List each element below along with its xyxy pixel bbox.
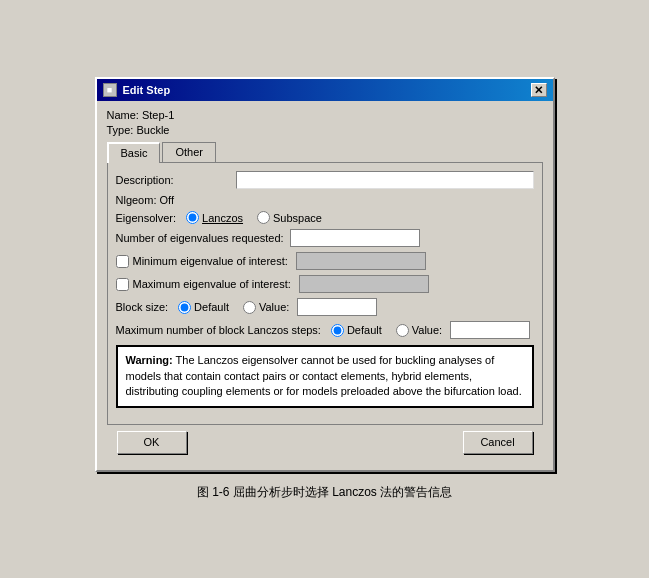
subspace-label: Subspace <box>273 212 322 224</box>
figure-caption: 图 1-6 屈曲分析步时选择 Lanczos 法的警告信息 <box>197 484 452 501</box>
dialog-content: Name: Step-1 Type: Buckle Basic Other De… <box>97 101 553 469</box>
name-row: Name: Step-1 <box>107 109 543 121</box>
max-block-default-radio[interactable] <box>331 324 344 337</box>
tab-basic[interactable]: Basic <box>107 142 161 163</box>
max-block-label: Maximum number of block Lanczos steps: <box>116 324 321 336</box>
description-input[interactable] <box>236 171 534 189</box>
lanczos-radio[interactable] <box>186 211 199 224</box>
subspace-radio-label[interactable]: Subspace <box>257 211 322 224</box>
name-value: Step-1 <box>142 109 174 121</box>
description-label: Description: <box>116 174 236 186</box>
title-bar: ■ Edit Step ✕ <box>97 79 553 101</box>
description-row: Description: <box>116 171 534 189</box>
block-value-input[interactable] <box>297 298 377 316</box>
type-row: Type: Buckle <box>107 124 543 136</box>
buttons-row: OK Cancel <box>107 425 543 460</box>
max-eigenvalue-checkbox[interactable] <box>116 278 129 291</box>
max-block-default-label[interactable]: Default <box>331 324 382 337</box>
block-value-text: Value: <box>259 301 289 313</box>
max-block-row: Maximum number of block Lanczos steps: D… <box>116 321 534 339</box>
window-title: Edit Step <box>123 84 171 96</box>
warning-bold: Warning: <box>126 354 173 366</box>
tab-other[interactable]: Other <box>162 142 216 162</box>
type-label: Type: <box>107 124 134 136</box>
num-eigenvalues-label: Number of eigenvalues requested: <box>116 232 284 244</box>
subspace-radio[interactable] <box>257 211 270 224</box>
max-eigenvalue-input[interactable] <box>299 275 429 293</box>
tab-panel-basic: Description: Nlgeom: Off Eigensolver: La… <box>107 162 543 424</box>
eigensolver-row: Eigensolver: Lanczos Subspace <box>116 211 534 224</box>
num-eigenvalues-input[interactable] <box>290 229 420 247</box>
min-eigenvalue-input[interactable] <box>296 252 426 270</box>
min-eigenvalue-row: Minimum eigenvalue of interest: <box>116 252 534 270</box>
nigeom-label: Nlgeom: <box>116 194 157 206</box>
nigeom-value: Off <box>160 194 174 206</box>
block-value-label[interactable]: Value: <box>243 301 289 314</box>
nigeom-row: Nlgeom: Off <box>116 194 534 206</box>
warning-message: The Lanczos eigensolver cannot be used f… <box>126 354 522 397</box>
lanczos-label: Lanczos <box>202 212 243 224</box>
max-eigenvalue-row: Maximum eigenvalue of interest: <box>116 275 534 293</box>
tab-bar: Basic Other <box>107 142 543 162</box>
block-default-label[interactable]: Default <box>178 301 229 314</box>
block-size-label: Block size: <box>116 301 169 313</box>
warning-box: Warning: The Lanczos eigensolver cannot … <box>116 345 534 407</box>
block-value-radio[interactable] <box>243 301 256 314</box>
num-eigenvalues-row: Number of eigenvalues requested: <box>116 229 534 247</box>
max-block-default-text: Default <box>347 324 382 336</box>
max-block-value-text: Value: <box>412 324 442 336</box>
block-default-radio[interactable] <box>178 301 191 314</box>
edit-step-dialog: ■ Edit Step ✕ Name: Step-1 Type: Buckle … <box>95 77 555 471</box>
lanczos-radio-label[interactable]: Lanczos <box>186 211 243 224</box>
eigensolver-label: Eigensolver: <box>116 212 177 224</box>
max-eigenvalue-label: Maximum eigenvalue of interest: <box>133 278 291 290</box>
max-block-value-input[interactable] <box>450 321 530 339</box>
block-default-text: Default <box>194 301 229 313</box>
type-value: Buckle <box>136 124 169 136</box>
cancel-button[interactable]: Cancel <box>463 431 533 454</box>
close-button[interactable]: ✕ <box>531 83 547 97</box>
max-block-value-label[interactable]: Value: <box>396 324 442 337</box>
window-icon: ■ <box>103 83 117 97</box>
ok-button[interactable]: OK <box>117 431 187 454</box>
min-eigenvalue-checkbox[interactable] <box>116 255 129 268</box>
block-size-row: Block size: Default Value: <box>116 298 534 316</box>
min-eigenvalue-label: Minimum eigenvalue of interest: <box>133 255 288 267</box>
max-block-value-radio[interactable] <box>396 324 409 337</box>
name-label: Name: <box>107 109 139 121</box>
title-bar-left: ■ Edit Step <box>103 83 171 97</box>
